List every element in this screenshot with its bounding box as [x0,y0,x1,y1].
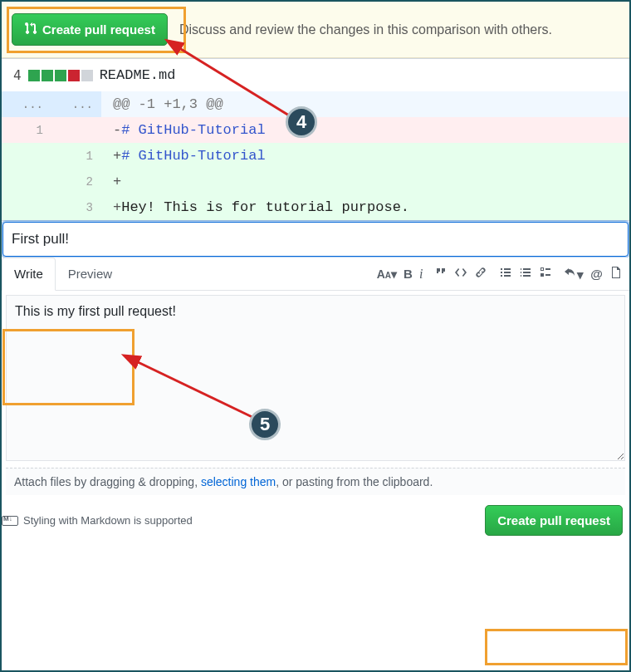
diff-code: +# GitHub-Tutorial [101,143,629,169]
gutter-old [2,143,51,169]
diff-row: 2+ [2,169,629,194]
diff-table: ... ... @@ -1 +1,3 @@ 1-# GitHub-Tutoria… [2,91,629,220]
tab-preview[interactable]: Preview [56,258,125,290]
gutter-new [51,117,101,143]
create-pr-button-bottom[interactable]: Create pull request [485,505,623,536]
compare-banner: Create pull request Discuss and review t… [2,2,629,58]
step-badge-4: 4 [286,106,317,138]
diff-row: 3+Hey! This is for tutorial purpose. [2,194,629,220]
tab-write[interactable]: Write [2,258,56,291]
quote-icon[interactable] [434,266,448,282]
form-footer: Styling with Markdown is supported Creat… [2,495,629,546]
heading-icon[interactable]: AA▾ [377,267,397,281]
attach-select-link[interactable]: selecting them [201,475,276,488]
code-icon[interactable] [454,266,467,282]
markdown-hint-text: Styling with Markdown is supported [23,514,193,527]
file-header: 4 README.md [2,59,629,91]
diff-square [81,70,93,81]
pr-body-textarea[interactable] [6,295,625,461]
hunk-header: @@ -1 +1,3 @@ [101,91,629,117]
gutter-new: ... [51,91,101,117]
diff-square [28,70,40,81]
pr-title-row [2,220,629,257]
ol-icon[interactable] [519,266,532,282]
pr-title-input[interactable] [2,222,629,257]
step-badge-5: 5 [249,409,281,440]
italic-icon[interactable]: i [419,267,423,282]
link-icon[interactable] [474,266,487,282]
diff-square [55,70,66,81]
submit-label: Create pull request [497,513,610,527]
create-pr-label: Create pull request [42,22,155,37]
compare-icon [24,22,37,37]
gutter-new: 2 [51,169,101,194]
editor-tabbar: Write Preview AA▾ B i ▾ @ [2,258,629,291]
reply-icon[interactable]: ▾ [564,266,584,282]
gutter-new: 3 [51,194,101,220]
attach-hint: Attach files by dragging & dropping, sel… [6,468,625,495]
file-name: README.md [100,67,176,83]
diff-code: + [101,169,629,194]
diff-square [68,70,80,81]
markdown-hint[interactable]: Styling with Markdown is supported [2,514,193,527]
gutter-old [2,194,51,220]
bold-icon[interactable]: B [404,267,413,281]
tasklist-icon[interactable] [539,266,552,282]
diff-code: +Hey! This is for tutorial purpose. [101,194,629,220]
banner-hint: Discuss and review the changes in this c… [179,22,552,37]
gutter-old: ... [2,91,51,117]
hunk-header-row: ... ... @@ -1 +1,3 @@ [2,91,629,117]
gutter-old: 1 [2,117,51,143]
ul-icon[interactable] [499,266,512,282]
editor-tabs: Write Preview [2,258,125,290]
diff-stat-squares [28,70,93,81]
diff-section: 4 README.md ... ... @@ -1 +1,3 @@ 1-# Gi… [2,58,629,220]
attach-hint-pre: Attach files by dragging & dropping, [14,475,201,488]
diff-row: 1+# GitHub-Tutorial [2,143,629,169]
diff-count: 4 [13,67,22,83]
markdown-icon [2,516,18,526]
attach-hint-post: , or pasting from the clipboard. [276,475,433,488]
diff-code: -# GitHub-Tutorial [101,117,629,143]
annotation-highlight-submit [485,629,628,665]
mention-icon[interactable]: @ [590,267,603,281]
create-pr-button-top[interactable]: Create pull request [12,13,168,46]
gutter-new: 1 [51,143,101,169]
gutter-old [2,169,51,194]
reference-icon[interactable] [609,266,623,282]
diff-square [42,70,53,81]
editor-toolbar: AA▾ B i ▾ @ [377,266,623,282]
